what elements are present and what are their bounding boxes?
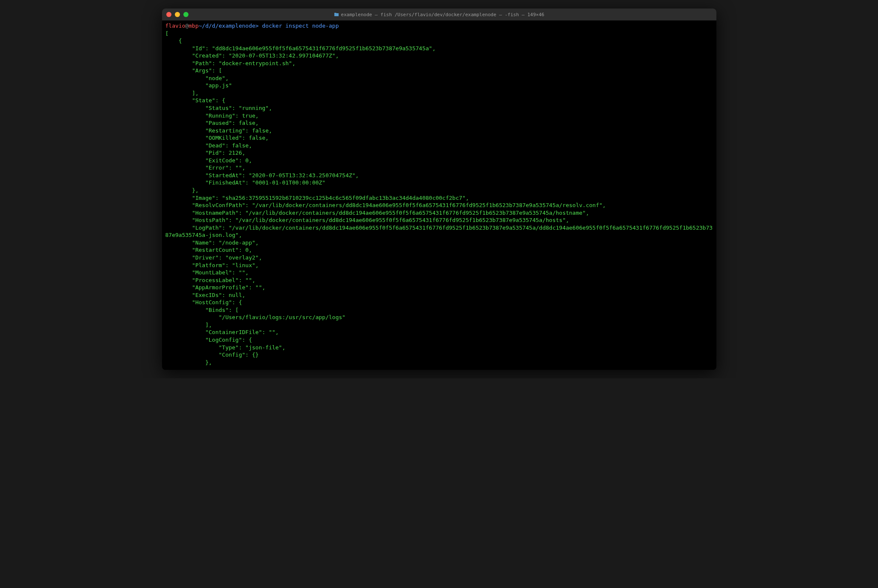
prompt-path: ~/d/d/examplenode (199, 23, 255, 29)
command-text: docker inspect node-app (262, 23, 339, 29)
prompt-host: mbp (188, 23, 198, 29)
prompt-arrow: > (255, 23, 259, 29)
terminal-window: examplenode — fish /Users/flavio/dev/doc… (162, 9, 716, 370)
traffic-lights (166, 12, 188, 17)
titlebar: examplenode — fish /Users/flavio/dev/doc… (162, 9, 716, 20)
prompt-line: flavio@mbp~/d/d/examplenode> docker insp… (165, 22, 713, 30)
folder-icon (334, 12, 339, 17)
command-output: [ { "Id": "dd8dc194ae606e955f0f5f6a65754… (165, 30, 713, 366)
window-title-text: examplenode — fish /Users/flavio/dev/doc… (341, 12, 545, 17)
close-button[interactable] (166, 12, 171, 17)
minimize-button[interactable] (175, 12, 180, 17)
prompt-user: flavio (165, 23, 185, 29)
terminal-body[interactable]: flavio@mbp~/d/d/examplenode> docker insp… (162, 20, 716, 370)
window-title: examplenode — fish /Users/flavio/dev/doc… (334, 12, 545, 17)
maximize-button[interactable] (183, 12, 188, 17)
